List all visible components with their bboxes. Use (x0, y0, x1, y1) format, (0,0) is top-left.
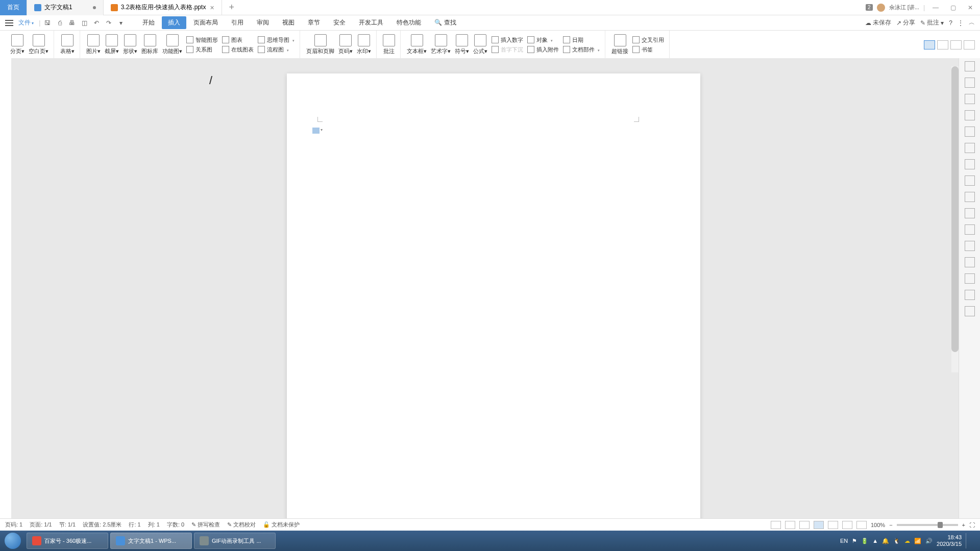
tray-qq-icon[interactable]: 🐧 (893, 538, 900, 544)
view-mode-3[interactable] (950, 40, 962, 49)
tab-security[interactable]: 安全 (327, 16, 352, 29)
chart-button[interactable]: 图表 (222, 36, 254, 44)
blank-page-button[interactable]: 空白页▾ (27, 31, 51, 59)
side-export-icon[interactable] (965, 208, 975, 218)
undo-icon[interactable]: ↶ (91, 18, 102, 28)
symbol-button[interactable]: 符号▾ (453, 31, 471, 59)
document-page[interactable]: ▾ (287, 73, 700, 536)
view-mode-4[interactable] (964, 40, 975, 49)
notification-badge[interactable]: 2 (866, 4, 873, 11)
tab-insert[interactable]: 插入 (162, 16, 186, 29)
side-grid-icon[interactable] (965, 143, 975, 153)
date-button[interactable]: 日期 (563, 36, 600, 44)
side-clip-icon[interactable] (965, 192, 975, 202)
textbox-button[interactable]: 文本框▾ (405, 31, 429, 59)
status-protect[interactable]: 🔓 文档未保护 (263, 521, 300, 529)
mindmap-button[interactable]: 思维导图 (258, 36, 295, 44)
scrollbar-thumb[interactable] (951, 66, 959, 352)
tab-start[interactable]: 开始 (136, 16, 161, 29)
side-tree-icon[interactable] (965, 224, 975, 235)
taskbar-item-wps[interactable]: 文字文稿1 - WPS... (110, 533, 192, 549)
side-toolbox-icon[interactable] (965, 94, 975, 104)
hyperlink-button[interactable]: 超链接 (609, 31, 630, 59)
zoom-value[interactable]: 100% (871, 522, 885, 528)
user-name[interactable]: 佘泳江 [讲... (889, 4, 919, 11)
new-tab-button[interactable]: + (222, 0, 242, 15)
collapse-ribbon-icon[interactable]: ︿ (969, 18, 975, 27)
flowchart-button[interactable]: 流程图 (258, 46, 295, 54)
start-button[interactable] (0, 531, 26, 551)
status-words[interactable]: 字数: 0 (167, 521, 184, 529)
page-number-button[interactable]: 页码▾ (336, 31, 355, 59)
side-select-icon[interactable] (965, 78, 975, 88)
web-view-icon[interactable] (842, 521, 852, 529)
save-icon[interactable]: 🖫 (42, 18, 53, 28)
watermark-button[interactable]: 水印▾ (355, 31, 373, 59)
help-icon[interactable]: ? (949, 19, 952, 27)
side-settings-icon[interactable] (965, 273, 975, 284)
smart-art-button[interactable]: 功能图▾ (160, 31, 184, 59)
zoom-slider[interactable] (897, 524, 958, 526)
page-view-icon[interactable] (814, 521, 824, 529)
cross-ref-button[interactable]: 交叉引用 (632, 36, 664, 44)
hamburger-icon[interactable] (5, 20, 13, 26)
taskbar-item-browser[interactable]: 百家号 - 360极速... (27, 533, 108, 549)
unsaved-indicator[interactable]: ☁ 未保存 (865, 18, 891, 27)
status-spell[interactable]: ✎ 拼写检查 (191, 521, 220, 529)
view-mode-1[interactable] (924, 40, 935, 49)
show-desktop-button[interactable] (966, 533, 975, 548)
vertical-ruler[interactable] (0, 58, 11, 532)
tray-volume-icon[interactable]: 🔊 (925, 538, 933, 544)
status-page-num[interactable]: 页码: 1 (5, 521, 22, 529)
side-pencil-icon[interactable] (965, 61, 975, 71)
comment-button[interactable]: 批注 (381, 31, 397, 59)
fit-page-button[interactable]: ⛶ (969, 522, 975, 528)
home-tab[interactable]: 首页 (0, 0, 27, 15)
side-history-icon[interactable] (965, 290, 975, 300)
tray-network-icon[interactable]: 📶 (914, 538, 921, 544)
share-button[interactable]: ↗ 分享 (896, 18, 915, 27)
tray-battery-icon[interactable]: 🔋 (861, 538, 868, 544)
tray-notify-icon[interactable]: 🔔 (882, 538, 889, 544)
section-dropdown-icon[interactable]: ▾ (321, 128, 323, 132)
attachment-button[interactable]: 插入附件 (527, 46, 559, 54)
file-menu[interactable]: 文件 (18, 18, 34, 27)
tray-cloud-icon[interactable]: ☁ (904, 538, 910, 544)
print-preview-icon[interactable]: ⎙ (55, 18, 65, 28)
status-row[interactable]: 行: 1 (129, 521, 140, 529)
side-layers-icon[interactable] (965, 176, 975, 186)
paste-icon[interactable]: ◫ (79, 18, 89, 28)
redo-icon[interactable]: ↷ (104, 18, 114, 28)
screenshot-button[interactable]: 截屏▾ (103, 31, 121, 59)
print-icon[interactable]: 🖶 (67, 18, 77, 28)
page-break-button[interactable]: 分页▾ (8, 31, 27, 59)
side-image-icon[interactable] (965, 257, 975, 267)
document-tab-1[interactable]: 文字文稿1 (27, 0, 104, 15)
user-avatar-icon[interactable] (877, 4, 885, 12)
side-task-icon[interactable] (965, 241, 975, 251)
tab-references[interactable]: 引用 (225, 16, 250, 29)
status-page[interactable]: 页面: 1/1 (30, 521, 52, 529)
doc-parts-button[interactable]: 文档部件 (563, 46, 600, 54)
side-table-icon[interactable] (965, 127, 975, 137)
comment-button[interactable]: ✎ 批注▾ (920, 18, 944, 27)
drop-cap-button[interactable]: 首字下沉 (492, 46, 523, 54)
side-more-icon[interactable] (965, 306, 975, 316)
zoom-out-button[interactable]: − (889, 522, 892, 528)
insert-number-button[interactable]: 插入数字 (492, 36, 523, 44)
tab-developer[interactable]: 开发工具 (353, 16, 389, 29)
equation-button[interactable]: 公式▾ (471, 31, 489, 59)
view-mode-2[interactable] (937, 40, 948, 49)
edit-view-icon[interactable] (799, 521, 810, 529)
wordart-button[interactable]: 艺术字▾ (429, 31, 453, 59)
status-section[interactable]: 节: 1/1 (59, 521, 76, 529)
status-position[interactable]: 设置值: 2.5厘米 (83, 521, 121, 529)
object-button[interactable]: 对象 (527, 36, 559, 44)
close-window-button[interactable]: ✕ (964, 3, 977, 13)
header-footer-button[interactable]: 页眉和页脚 (304, 31, 336, 59)
tab-review[interactable]: 审阅 (251, 16, 275, 29)
focus-view-icon[interactable] (856, 521, 867, 529)
bookmark-button[interactable]: 书签 (632, 46, 664, 54)
tab-features[interactable]: 特色功能 (390, 16, 427, 29)
ime-indicator[interactable]: EN (840, 538, 848, 544)
